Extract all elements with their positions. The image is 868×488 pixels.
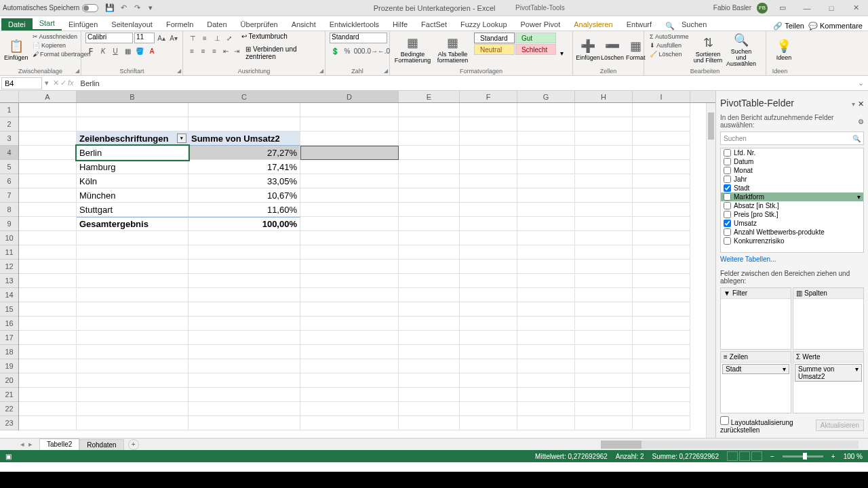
sheet-nav-prev-icon[interactable]: ◂ [20,440,24,449]
align-middle-icon[interactable]: ≡ [199,33,210,43]
field-checkbox[interactable] [724,237,731,245]
row-header-21[interactable]: 21 [0,388,18,402]
field-checkbox[interactable] [724,184,731,192]
area-value-item[interactable]: Summe von Umsatz2▾ [795,364,862,382]
cell-H17[interactable] [575,331,633,345]
cell-F14[interactable] [460,288,517,302]
cell-H13[interactable] [575,274,633,288]
cell-F1[interactable] [460,103,517,117]
cell-I14[interactable] [633,288,690,302]
cell-H9[interactable] [575,217,633,231]
delete-cells-button[interactable]: ➖Löschen [601,33,623,66]
field-checkbox[interactable] [724,202,731,209]
align-center-icon[interactable]: ≡ [198,45,208,56]
dec-decimal-icon[interactable]: ←.0 [378,45,389,56]
align-right-icon[interactable]: ≡ [210,45,219,56]
indent-inc-icon[interactable]: ⇥ [232,45,241,56]
cell-I13[interactable] [633,274,690,288]
cell-B12[interactable] [77,260,189,274]
launcher-icon[interactable]: ◢ [75,68,79,74]
vertical-scrollbar[interactable] [706,103,715,438]
cell-G14[interactable] [517,288,575,302]
row-header-16[interactable]: 16 [0,317,18,331]
cell-B15[interactable] [77,302,189,317]
row-header-8[interactable]: 8 [0,203,18,217]
field-anzahlwettbewerbsprodukte[interactable]: Anzahl Wettbewerbs-produkte [721,228,863,237]
field-checkbox[interactable] [724,211,731,218]
currency-icon[interactable]: 💲 [330,45,340,56]
autosave-toggle[interactable]: Automatisches Speichern [3,4,98,12]
cell-D7[interactable] [300,188,399,203]
autosum-button[interactable]: Σ AutoSumme [648,33,690,41]
cell-F17[interactable] [460,331,517,345]
cell-E6[interactable] [399,174,460,188]
cell-G9[interactable] [517,217,575,231]
sheet-tab-rohdaten[interactable]: Rohdaten [79,439,123,450]
cell-I20[interactable] [633,373,690,388]
cell-D16[interactable] [300,317,399,331]
sheet-tab-active[interactable]: Tabelle2 [39,439,79,450]
cell-C15[interactable] [189,302,300,317]
zoom-slider[interactable] [783,455,823,458]
row-header-4[interactable]: 4 [0,146,18,160]
field-jahr[interactable]: Jahr [721,175,863,184]
cell-A13[interactable] [19,274,77,288]
cell-E17[interactable] [399,331,460,345]
cell-C14[interactable] [189,288,300,302]
cell-A16[interactable] [19,317,77,331]
qat-more-icon[interactable]: ▾ [146,3,155,13]
cell-F21[interactable] [460,388,517,402]
paste-button[interactable]: 📋Einfügen [4,33,28,66]
cell-C11[interactable] [189,245,300,260]
more-tables-link[interactable]: Weitere Tabellen... [720,253,864,266]
cell-B16[interactable] [77,317,189,331]
field-lfdnr[interactable]: Lfd. Nr. [721,148,863,157]
cell-G11[interactable] [517,245,575,260]
insert-cells-button[interactable]: ➕Einfügen [577,33,599,66]
row-header-5[interactable]: 5 [0,160,18,174]
cell-D10[interactable] [300,231,399,245]
tab-factset[interactable]: FactSet [414,18,454,30]
column-header-H[interactable]: H [575,91,633,102]
cell-G21[interactable] [517,388,575,402]
cell-A4[interactable] [19,146,77,160]
cell-H10[interactable] [575,231,633,245]
area-rows[interactable]: ≡Zeilen Stadt▾ [720,351,791,413]
row-header-23[interactable]: 23 [0,416,18,430]
user-avatar[interactable]: FB [757,3,768,14]
cell-I10[interactable] [633,231,690,245]
cell-E20[interactable] [399,373,460,388]
column-header-G[interactable]: G [517,91,575,102]
close-icon[interactable]: ✕ [846,1,865,15]
cell-H15[interactable] [575,302,633,317]
row-header-17[interactable]: 17 [0,331,18,345]
ribbon-display-icon[interactable]: ▭ [773,1,792,15]
cell-C5[interactable]: 17,41% [189,160,300,174]
cell-A23[interactable] [19,416,77,430]
cell-I1[interactable] [633,103,690,117]
cell-B17[interactable] [77,331,189,345]
cell-I21[interactable] [633,388,690,402]
cell-G10[interactable] [517,231,575,245]
cell-B23[interactable] [77,416,189,430]
cell-G23[interactable] [517,416,575,430]
cell-F22[interactable] [460,402,517,416]
cell-D12[interactable] [300,260,399,274]
fill-color-button[interactable]: 🪣 [134,45,145,56]
row-header-2[interactable]: 2 [0,117,18,131]
cell-E18[interactable] [399,345,460,359]
cell-A2[interactable] [19,117,77,131]
cell-H12[interactable] [575,260,633,274]
cell-E21[interactable] [399,388,460,402]
cell-G19[interactable] [517,359,575,373]
sheet-nav-next-icon[interactable]: ▸ [28,440,33,449]
cell-A15[interactable] [19,302,77,317]
cell-F8[interactable] [460,203,517,217]
cell-F4[interactable] [460,146,517,160]
tab-formeln[interactable]: Formeln [159,18,200,30]
cell-F5[interactable] [460,160,517,174]
zoom-level[interactable]: 100 % [844,453,863,460]
thousands-icon[interactable]: 000 [354,45,365,56]
cell-A11[interactable] [19,245,77,260]
share-button[interactable]: 🔗 Teilen [773,22,804,30]
